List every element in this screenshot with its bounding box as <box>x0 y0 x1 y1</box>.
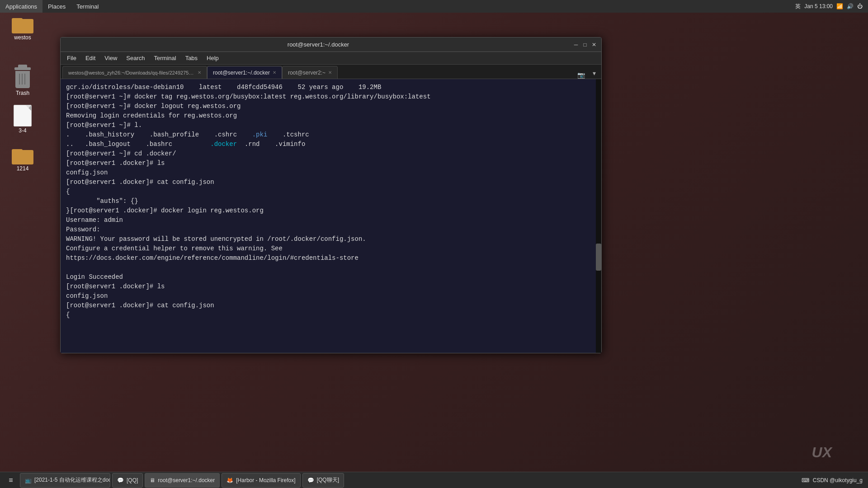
terminal-line: Configure a credential helper to remove … <box>66 244 596 253</box>
taskbar-apps: 📺 [2021-1-5 自动化运维课程之docker... 💬 [QQ] 🖥 r… <box>18 473 344 488</box>
new-tab-button[interactable]: ▾ <box>589 68 599 79</box>
tab-3-label: root@server2:~ <box>288 70 326 76</box>
desktop-icon-label-westos: westos <box>14 34 31 41</box>
scrollbar-thumb[interactable] <box>596 244 601 271</box>
menu-help[interactable]: Help <box>202 52 223 65</box>
terminal-title: root@server1:~/.docker <box>64 41 572 48</box>
desktop: Applications Places Terminal 英 Jan 5 13:… <box>0 0 868 488</box>
tab-3[interactable]: root@server2:~ ✕ <box>282 66 338 79</box>
taskbar-app-2-icon: 💬 <box>117 477 124 483</box>
terminal-line: { <box>66 187 596 197</box>
taskbar-app-3[interactable]: 🖥 root@server1:~/.docker <box>145 473 220 488</box>
menu-file[interactable]: File <box>62 52 81 65</box>
taskbar-app-4[interactable]: 🦊 [Harbor - Mozilla Firefox] <box>222 473 300 488</box>
wifi-icon: 📶 <box>836 3 843 9</box>
terminal-line <box>66 263 596 272</box>
menu-view[interactable]: View <box>100 52 122 65</box>
terminal-line: "auths": {} <box>66 197 596 206</box>
close-button[interactable]: ✕ <box>590 41 598 48</box>
tab-2[interactable]: root@server1:~/.docker ✕ <box>207 66 282 79</box>
taskbar-menu-button[interactable]: ≡ <box>4 473 18 488</box>
trash-icon <box>14 67 32 89</box>
terminal-line: .. .bash_logout .bashrc .docker .rnd .vi… <box>66 140 596 149</box>
terminal-line: [root@server1 ~]# docker logout reg.west… <box>66 102 596 111</box>
tab-1[interactable]: westos@westos_zyh26:~/Downloads/qq-files… <box>62 66 207 79</box>
taskbar-app-4-label: [Harbor - Mozilla Firefox] <box>236 477 295 483</box>
terminal-line: https://docs.docker.com/engine/reference… <box>66 253 596 263</box>
terminal-line: config.json <box>66 291 596 301</box>
topbar-applications[interactable]: Applications <box>0 0 42 13</box>
terminal-line: [root@server1 .docker]# ls <box>66 282 596 291</box>
taskbar: ≡ 📺 [2021-1-5 自动化运维课程之docker... 💬 [QQ] 🖥… <box>0 472 868 488</box>
tab-3-close[interactable]: ✕ <box>328 70 332 75</box>
terminal-line: [root@server1 ~]# docker tag reg.westos.… <box>66 92 596 102</box>
menu-tabs[interactable]: Tabs <box>181 52 202 65</box>
terminal-line: config.json <box>66 168 596 178</box>
folder-icon <box>12 15 33 33</box>
terminal-content[interactable]: gcr.io/distroless/base-debian10 latest d… <box>61 79 601 353</box>
volume-icon: 🔊 <box>847 3 854 9</box>
window-controls: ─ □ ✕ <box>572 41 598 48</box>
taskbar-left: ≡ <box>0 473 18 488</box>
ux-watermark: UX <box>812 444 832 461</box>
terminal-line: Login Succeeded <box>66 272 596 282</box>
keyboard-icon: ⌨ <box>802 477 809 483</box>
terminal-line: [root@server1 .docker]# ls <box>66 159 596 168</box>
terminal-line: Username: admin <box>66 216 596 225</box>
terminal-line: { <box>66 310 596 320</box>
desktop-icon-trash[interactable]: Trash <box>5 66 41 98</box>
topbar-right: 英 Jan 5 13:00 📶 🔊 ⏻ <box>795 3 868 10</box>
topbar-places[interactable]: Places <box>42 0 71 13</box>
terminal-tabs: westos@westos_zyh26:~/Downloads/qq-files… <box>61 65 601 79</box>
power-icon: ⏻ <box>857 3 863 9</box>
terminal-line: WARNING! Your password will be stored un… <box>66 235 596 244</box>
desktop-icon-file34[interactable]: 3-4 <box>5 103 41 136</box>
terminal-line: [root@server1 ~]# cd .docker/ <box>66 149 596 159</box>
scrollbar[interactable] <box>596 79 601 353</box>
taskbar-app-5-icon: 💬 <box>307 477 314 483</box>
tab-camera-icon[interactable]: 📷 <box>574 71 589 79</box>
topbar: Applications Places Terminal 英 Jan 5 13:… <box>0 0 868 13</box>
taskbar-app-2-label: [QQ] <box>127 477 138 483</box>
taskbar-app-1-icon: 📺 <box>25 477 32 483</box>
desktop-icon-westos[interactable]: westos <box>5 14 41 42</box>
taskbar-app-3-label: root@server1:~/.docker <box>158 477 215 483</box>
taskbar-app-2[interactable]: 💬 [QQ] <box>112 473 143 488</box>
maximize-button[interactable]: □ <box>581 41 589 48</box>
tab-1-label: westos@westos_zyh26:~/Downloads/qq-files… <box>68 70 195 75</box>
taskbar-app-4-icon: 🦊 <box>226 477 233 483</box>
terminal-line: }[root@server1 .docker]# docker login re… <box>66 206 596 216</box>
desktop-icon-label-trash: Trash <box>16 90 29 96</box>
language-indicator: 英 <box>795 3 801 10</box>
menu-edit[interactable]: Edit <box>81 52 100 65</box>
tab-2-close[interactable]: ✕ <box>273 70 276 75</box>
taskbar-app-5[interactable]: 💬 [QQ聊天] <box>302 473 344 488</box>
taskbar-app-5-label: [QQ聊天] <box>317 476 339 484</box>
datetime: Jan 5 13:00 <box>804 3 833 9</box>
taskbar-right: ⌨ CSDN @uikotygiu_g <box>802 477 868 483</box>
terminal-menubar: File Edit View Search Terminal Tabs Help <box>61 52 601 65</box>
taskbar-app-3-icon: 🖥 <box>150 477 155 483</box>
terminal-line: . .bash_history .bash_profile .cshrc .pk… <box>66 130 596 140</box>
terminal-titlebar: root@server1:~/.docker ─ □ ✕ <box>61 38 601 52</box>
csdn-label: CSDN @uikotygiu_g <box>813 477 863 483</box>
desktop-icon-folder1214[interactable]: 1214 <box>5 145 41 174</box>
terminal-line: gcr.io/distroless/base-debian10 latest d… <box>66 83 596 92</box>
terminal-line: Removing login credentials for reg.westo… <box>66 111 596 121</box>
file-icon <box>14 105 32 127</box>
tab-1-close[interactable]: ✕ <box>198 70 201 75</box>
tab-2-label: root@server1:~/.docker <box>213 70 270 76</box>
folder-icon <box>12 146 33 164</box>
topbar-left: Applications Places Terminal <box>0 0 104 13</box>
terminal-line: [root@server1 ~]# l. <box>66 121 596 130</box>
minimize-button[interactable]: ─ <box>572 41 580 48</box>
terminal-line: [root@server1 .docker]# cat config.json <box>66 301 596 310</box>
menu-terminal[interactable]: Terminal <box>150 52 181 65</box>
menu-search[interactable]: Search <box>122 52 149 65</box>
taskbar-app-1-label: [2021-1-5 自动化运维课程之docker... <box>34 476 110 484</box>
taskbar-app-1[interactable]: 📺 [2021-1-5 自动化运维课程之docker... <box>20 473 110 488</box>
desktop-icon-label-1214: 1214 <box>17 165 29 172</box>
terminal-line: [root@server1 .docker]# cat config.json <box>66 178 596 187</box>
topbar-terminal[interactable]: Terminal <box>71 0 104 13</box>
terminal-line: Password: <box>66 225 596 235</box>
